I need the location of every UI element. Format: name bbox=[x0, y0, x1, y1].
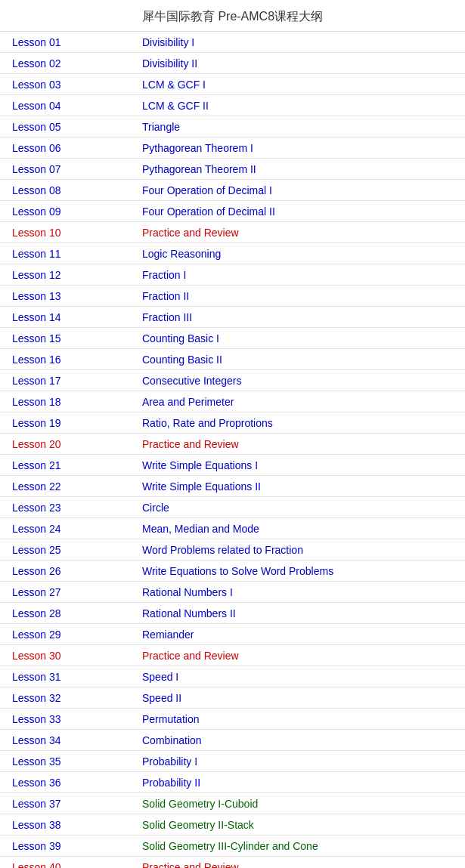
lesson-number: Lesson 27 bbox=[0, 583, 136, 601]
table-row: Lesson 26Write Equations to Solve Word P… bbox=[0, 561, 465, 582]
table-row: Lesson 27Rational Numbers I bbox=[0, 582, 465, 603]
lesson-topic: Practice and Review bbox=[136, 435, 465, 453]
lesson-number: Lesson 04 bbox=[0, 97, 136, 115]
lesson-topic: Pythagorean Theorem II bbox=[136, 160, 465, 178]
lesson-number: Lesson 15 bbox=[0, 329, 136, 348]
lesson-topic: Write Simple Equations II bbox=[136, 477, 465, 496]
lesson-topic: Fraction II bbox=[136, 287, 465, 305]
lesson-topic: Combination bbox=[136, 731, 465, 749]
lesson-number: Lesson 08 bbox=[0, 181, 136, 199]
lesson-topic: Counting Basic I bbox=[136, 329, 465, 348]
table-row: Lesson 12Fraction I bbox=[0, 264, 465, 286]
lesson-number: Lesson 02 bbox=[0, 54, 136, 73]
page-title: 犀牛国际教育 Pre-AMC8课程大纲 bbox=[0, 0, 465, 32]
lesson-number: Lesson 21 bbox=[0, 456, 136, 474]
lesson-topic: Consecutive Integers bbox=[136, 372, 465, 390]
table-row: Lesson 19Ratio, Rate and Proprotions bbox=[0, 412, 465, 434]
table-row: Lesson 14Fraction III bbox=[0, 307, 465, 328]
lesson-number: Lesson 40 bbox=[0, 858, 136, 869]
lesson-number: Lesson 35 bbox=[0, 752, 136, 771]
lesson-number: Lesson 30 bbox=[0, 647, 136, 665]
lesson-topic: Ratio, Rate and Proprotions bbox=[136, 414, 465, 432]
table-row: Lesson 39Solid Geometry III-Cylinder and… bbox=[0, 836, 465, 857]
lesson-number: Lesson 16 bbox=[0, 351, 136, 369]
table-row: Lesson 38Solid Geometry II-Stack bbox=[0, 814, 465, 836]
lesson-number: Lesson 13 bbox=[0, 287, 136, 305]
lesson-topic: Circle bbox=[136, 499, 465, 517]
table-row: Lesson 15Counting Basic I bbox=[0, 328, 465, 349]
table-row: Lesson 02Divisibility II bbox=[0, 53, 465, 74]
lesson-number: Lesson 10 bbox=[0, 224, 136, 242]
lesson-number: Lesson 22 bbox=[0, 477, 136, 496]
lesson-topic: Rational Numbers I bbox=[136, 583, 465, 601]
lesson-topic: LCM & GCF II bbox=[136, 97, 465, 115]
lesson-topic: Speed I bbox=[136, 668, 465, 686]
lesson-number: Lesson 11 bbox=[0, 245, 136, 263]
table-row: Lesson 40Practice and Review bbox=[0, 857, 465, 868]
lesson-number: Lesson 17 bbox=[0, 372, 136, 390]
lesson-number: Lesson 39 bbox=[0, 837, 136, 855]
table-row: Lesson 03LCM & GCF I bbox=[0, 74, 465, 95]
lesson-topic: Practice and Review bbox=[136, 858, 465, 869]
table-row: Lesson 13Fraction II bbox=[0, 286, 465, 307]
table-row: Lesson 29Remiander bbox=[0, 624, 465, 645]
lesson-topic: Four Operation of Decimal I bbox=[136, 181, 465, 199]
lesson-topic: Permutation bbox=[136, 710, 465, 728]
lesson-topic: Practice and Review bbox=[136, 647, 465, 665]
lesson-number: Lesson 28 bbox=[0, 604, 136, 622]
lesson-number: Lesson 06 bbox=[0, 139, 136, 157]
lesson-topic: Solid Geometry II-Stack bbox=[136, 816, 465, 834]
table-row: Lesson 36Probability II bbox=[0, 772, 465, 793]
table-row: Lesson 04LCM & GCF II bbox=[0, 95, 465, 116]
lesson-list: Lesson 01Divisibility ILesson 02Divisibi… bbox=[0, 32, 465, 868]
lesson-number: Lesson 26 bbox=[0, 562, 136, 580]
table-row: Lesson 23Circle bbox=[0, 497, 465, 518]
lesson-topic: Divisibility I bbox=[136, 33, 465, 51]
lesson-topic: Write Simple Equations I bbox=[136, 456, 465, 474]
table-row: Lesson 08Four Operation of Decimal I bbox=[0, 180, 465, 201]
lesson-topic: Probability II bbox=[136, 774, 465, 792]
table-row: Lesson 10Practice and Review bbox=[0, 222, 465, 243]
table-row: Lesson 25Word Problems related to Fracti… bbox=[0, 539, 465, 561]
lesson-number: Lesson 14 bbox=[0, 308, 136, 326]
lesson-topic: Counting Basic II bbox=[136, 351, 465, 369]
lesson-number: Lesson 23 bbox=[0, 499, 136, 517]
lesson-topic: Write Equations to Solve Word Problems bbox=[136, 562, 465, 580]
lesson-topic: Pythagorean Theorem I bbox=[136, 139, 465, 157]
lesson-topic: Divisibility II bbox=[136, 54, 465, 73]
lesson-topic: Word Problems related to Fraction bbox=[136, 541, 465, 559]
table-row: Lesson 21Write Simple Equations I bbox=[0, 455, 465, 476]
lesson-topic: Remiander bbox=[136, 626, 465, 644]
table-row: Lesson 30Practice and Review bbox=[0, 645, 465, 666]
lesson-topic: Fraction I bbox=[136, 266, 465, 284]
lesson-topic: Speed II bbox=[136, 689, 465, 707]
lesson-number: Lesson 20 bbox=[0, 435, 136, 453]
lesson-number: Lesson 05 bbox=[0, 118, 136, 136]
lesson-number: Lesson 31 bbox=[0, 668, 136, 686]
lesson-number: Lesson 19 bbox=[0, 414, 136, 432]
table-row: Lesson 31Speed I bbox=[0, 666, 465, 687]
lesson-number: Lesson 25 bbox=[0, 541, 136, 559]
lesson-number: Lesson 18 bbox=[0, 393, 136, 411]
table-row: Lesson 01Divisibility I bbox=[0, 32, 465, 53]
lesson-topic: Rational Numbers II bbox=[136, 604, 465, 622]
table-row: Lesson 28Rational Numbers II bbox=[0, 603, 465, 624]
table-row: Lesson 11Logic Reasoning bbox=[0, 243, 465, 264]
lesson-number: Lesson 33 bbox=[0, 710, 136, 728]
lesson-topic: Fraction III bbox=[136, 308, 465, 326]
lesson-number: Lesson 03 bbox=[0, 76, 136, 94]
lesson-number: Lesson 34 bbox=[0, 731, 136, 749]
lesson-number: Lesson 38 bbox=[0, 816, 136, 834]
table-row: Lesson 37Solid Geometry I-Cuboid bbox=[0, 793, 465, 814]
lesson-topic: Four Operation of Decimal II bbox=[136, 202, 465, 221]
table-row: Lesson 18Area and Perimeter bbox=[0, 391, 465, 412]
table-row: Lesson 33Permutation bbox=[0, 709, 465, 730]
table-row: Lesson 16Counting Basic II bbox=[0, 349, 465, 370]
lesson-topic: Logic Reasoning bbox=[136, 245, 465, 263]
table-row: Lesson 20Practice and Review bbox=[0, 434, 465, 455]
table-row: Lesson 05Triangle bbox=[0, 116, 465, 137]
lesson-topic: Solid Geometry III-Cylinder and Cone bbox=[136, 837, 465, 855]
table-row: Lesson 35Probability I bbox=[0, 751, 465, 772]
table-row: Lesson 22Write Simple Equations II bbox=[0, 476, 465, 497]
lesson-number: Lesson 09 bbox=[0, 202, 136, 221]
